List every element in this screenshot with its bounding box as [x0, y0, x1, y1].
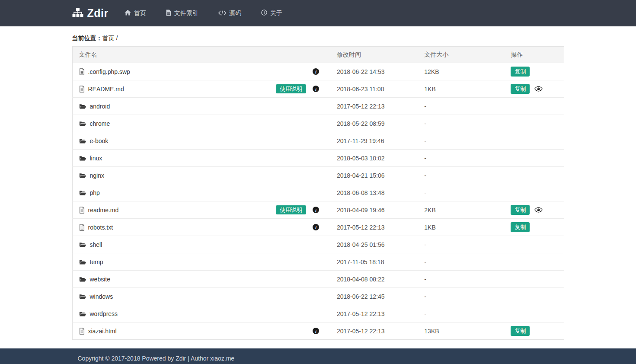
copy-button[interactable]: 复制 [511, 222, 530, 232]
file-size-cell: 13KB [418, 322, 504, 340]
table-row: nginx 2018-04-21 15:06 - [72, 167, 564, 184]
filename-link[interactable]: windows [90, 293, 113, 300]
filename-cell: e-book [72, 132, 330, 150]
copy-button[interactable]: 复制 [511, 326, 530, 336]
file-size-cell: - [418, 150, 504, 167]
filename-link[interactable]: e-book [90, 137, 109, 144]
filename-link[interactable]: temp [90, 259, 103, 265]
table-row: temp 2017-11-05 18:18 - [72, 253, 564, 271]
filename-link[interactable]: php [90, 189, 100, 196]
column-header-action: 操作 [504, 47, 564, 63]
usage-guide-badge[interactable]: 使用说明 [276, 205, 306, 214]
brand-logo[interactable]: Zdir [72, 7, 109, 19]
actions-cell [504, 288, 564, 305]
actions-cell [504, 167, 564, 184]
actions-cell: 复制 [504, 322, 564, 340]
info-icon[interactable]: i [313, 86, 319, 92]
folder-open-icon [79, 242, 86, 248]
actions-cell: 复制 [504, 80, 564, 98]
usage-guide-badge[interactable]: 使用说明 [276, 84, 306, 93]
folder-open-icon [79, 138, 86, 144]
file-table: 文件名 修改时间 文件大小 操作 [72, 46, 564, 340]
file-size-cell: - [418, 132, 504, 150]
table-row: wordpress 2017-05-12 22:13 - [72, 305, 564, 322]
folder-open-icon [79, 103, 86, 109]
file-size-cell: - [418, 253, 504, 271]
info-icon[interactable]: i [313, 328, 319, 334]
file-size-cell: - [418, 236, 504, 253]
filename-cell: shell [72, 236, 330, 253]
nav-item-label: 关于 [270, 10, 282, 17]
actions-cell [504, 184, 564, 201]
breadcrumb: 当前位置： 首页 / [72, 34, 564, 43]
file-size-cell: 2KB [418, 201, 504, 219]
file-size-cell: - [418, 288, 504, 305]
filename-link[interactable]: nginx [90, 172, 104, 179]
copy-button[interactable]: 复制 [511, 205, 530, 215]
filename-link[interactable]: android [90, 103, 110, 110]
filename-link[interactable]: website [90, 276, 110, 283]
filename-cell: website [72, 271, 330, 288]
preview-eye-icon[interactable] [534, 207, 543, 213]
file-size-cell: 12KB [418, 63, 504, 80]
info-icon[interactable]: i [313, 224, 319, 230]
nav-item-about[interactable]: 关于 [251, 0, 292, 26]
top-navbar: Zdir 首页 文件索引 [0, 0, 636, 26]
actions-cell [504, 132, 564, 150]
filename-link[interactable]: robots.txt [88, 224, 113, 231]
filename-link[interactable]: .config.php.swp [88, 68, 130, 75]
file-text-icon [79, 224, 85, 231]
filename-link[interactable]: xiazai.html [88, 328, 117, 335]
actions-cell [504, 253, 564, 271]
file-size-cell: - [418, 271, 504, 288]
code-icon [218, 10, 226, 17]
filename-link[interactable]: README.md [88, 86, 124, 93]
actions-cell [504, 305, 564, 322]
preview-eye-icon[interactable] [534, 86, 543, 92]
folder-open-icon [79, 276, 86, 282]
info-icon[interactable]: i [313, 207, 319, 213]
nav-item-source[interactable]: 源码 [208, 0, 251, 26]
table-row: shell 2018-04-25 01:56 - [72, 236, 564, 253]
actions-cell: 复制 [504, 63, 564, 80]
folder-open-icon [79, 311, 86, 317]
column-header-size: 文件大小 [418, 47, 504, 63]
table-row: .config.php.swp i 2018-06-22 14:53 12KB … [72, 63, 564, 80]
info-icon[interactable]: i [313, 68, 319, 75]
filename-cell: windows [72, 288, 330, 305]
filename-link[interactable]: chrome [90, 120, 110, 127]
nav-item-home[interactable]: 首页 [115, 0, 156, 26]
copy-button[interactable]: 复制 [511, 67, 530, 77]
folder-open-icon [79, 172, 86, 179]
filename-cell: .config.php.swp i [72, 63, 330, 80]
filename-link[interactable]: linux [90, 155, 102, 162]
table-row: e-book 2017-11-29 19:46 - [72, 132, 564, 150]
file-size-cell: - [418, 184, 504, 201]
breadcrumb-current-link[interactable]: 首页 / [102, 35, 118, 42]
filename-link[interactable]: wordpress [90, 310, 118, 317]
file-size-cell: - [418, 167, 504, 184]
column-header-filename: 文件名 [72, 47, 330, 63]
file-text-icon [79, 207, 85, 214]
modified-time-cell: 2018-04-08 08:22 [330, 271, 418, 288]
nav-item-label: 文件索引 [174, 10, 198, 17]
filename-cell: chrome [72, 115, 330, 132]
actions-cell: 复制 [504, 201, 564, 219]
filename-link[interactable]: shell [90, 241, 102, 248]
file-text-icon [79, 86, 85, 93]
folder-open-icon [79, 259, 86, 265]
home-icon [125, 10, 131, 17]
nav-item-file-index[interactable]: 文件索引 [156, 0, 208, 26]
copy-button[interactable]: 复制 [511, 84, 530, 94]
filename-link[interactable]: readme.md [88, 207, 119, 214]
modified-time-cell: 2018-06-22 14:53 [330, 63, 418, 80]
column-header-modified: 修改时间 [330, 47, 418, 63]
modified-time-cell: 2017-11-05 18:18 [330, 253, 418, 271]
table-row: android 2017-05-12 22:13 - [72, 98, 564, 115]
table-row: linux 2018-05-03 10:02 - [72, 150, 564, 167]
brand-name: Zdir [87, 7, 109, 19]
footer-copyright: Copyright © 2017-2018 Powered by Zdir | … [72, 355, 564, 362]
folder-open-icon [79, 121, 86, 127]
modified-time-cell: 2018-04-21 15:06 [330, 167, 418, 184]
modified-time-cell: 2018-05-03 10:02 [330, 150, 418, 167]
